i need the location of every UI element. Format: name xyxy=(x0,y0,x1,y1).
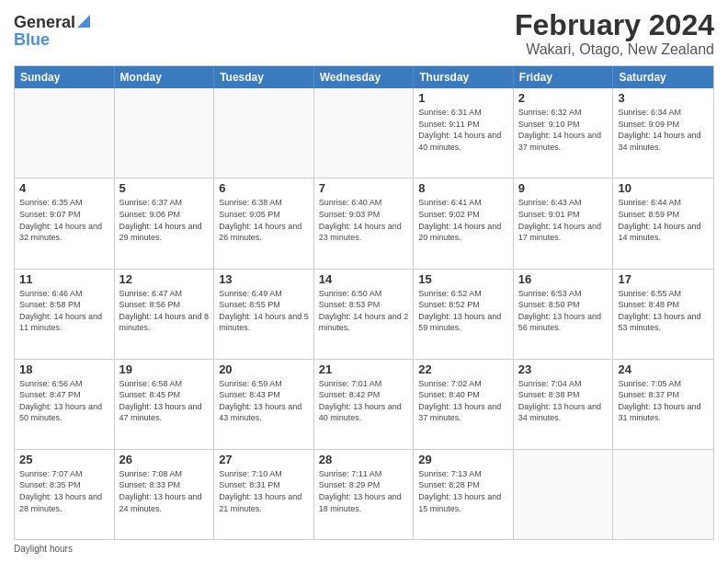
day-cell-19: 19Sunrise: 6:58 AMSunset: 8:45 PMDayligh… xyxy=(115,360,215,449)
day-number-11: 11 xyxy=(19,272,109,286)
calendar-week-3: 11Sunrise: 6:46 AMSunset: 8:58 PMDayligh… xyxy=(15,270,713,360)
day-number-17: 17 xyxy=(618,272,709,286)
day-cell-26: 26Sunrise: 7:08 AMSunset: 8:33 PMDayligh… xyxy=(115,450,215,539)
day-info-16: Sunrise: 6:53 AMSunset: 8:50 PMDaylight:… xyxy=(518,288,609,334)
day-info-7: Sunrise: 6:40 AMSunset: 9:03 PMDaylight:… xyxy=(319,197,409,243)
calendar-week-1: 1Sunrise: 6:31 AMSunset: 9:11 PMDaylight… xyxy=(15,88,713,178)
day-number-29: 29 xyxy=(418,453,508,466)
day-number-9: 9 xyxy=(518,181,609,195)
day-number-2: 2 xyxy=(518,91,609,105)
day-info-12: Sunrise: 6:47 AMSunset: 8:56 PMDaylight:… xyxy=(119,288,210,334)
day-number-22: 22 xyxy=(418,362,508,376)
day-number-19: 19 xyxy=(119,362,210,376)
header-day-friday: Friday xyxy=(514,66,614,88)
day-number-3: 3 xyxy=(618,91,709,105)
day-number-6: 6 xyxy=(219,181,309,195)
day-info-26: Sunrise: 7:08 AMSunset: 8:33 PMDaylight:… xyxy=(119,468,210,514)
day-cell-20: 20Sunrise: 6:59 AMSunset: 8:43 PMDayligh… xyxy=(214,360,314,449)
calendar-week-2: 4Sunrise: 6:35 AMSunset: 9:07 PMDaylight… xyxy=(15,178,713,269)
month-year-title: February 2024 xyxy=(515,9,714,41)
day-number-10: 10 xyxy=(618,181,709,195)
logo: General Blue xyxy=(14,9,90,48)
header-day-thursday: Thursday xyxy=(414,66,514,88)
day-cell-14: 14Sunrise: 6:50 AMSunset: 8:53 PMDayligh… xyxy=(314,270,415,359)
day-cell-25: 25Sunrise: 7:07 AMSunset: 8:35 PMDayligh… xyxy=(15,450,115,539)
day-number-21: 21 xyxy=(319,362,409,376)
day-info-2: Sunrise: 6:32 AMSunset: 9:10 PMDaylight:… xyxy=(518,107,609,153)
day-number-24: 24 xyxy=(618,362,709,376)
day-cell-29: 29Sunrise: 7:13 AMSunset: 8:28 PMDayligh… xyxy=(414,450,514,539)
day-info-10: Sunrise: 6:44 AMSunset: 8:59 PMDaylight:… xyxy=(618,197,709,243)
day-info-1: Sunrise: 6:31 AMSunset: 9:11 PMDaylight:… xyxy=(418,107,508,153)
logo-blue-text: Blue xyxy=(14,31,50,48)
day-info-27: Sunrise: 7:10 AMSunset: 8:31 PMDaylight:… xyxy=(219,468,309,514)
empty-cell-w0-c0 xyxy=(15,88,115,178)
day-cell-11: 11Sunrise: 6:46 AMSunset: 8:58 PMDayligh… xyxy=(15,270,115,359)
day-number-5: 5 xyxy=(119,181,210,195)
header-day-saturday: Saturday xyxy=(613,66,713,88)
day-cell-9: 9Sunrise: 6:43 AMSunset: 9:01 PMDaylight… xyxy=(514,178,614,268)
day-number-13: 13 xyxy=(219,272,309,286)
day-info-3: Sunrise: 6:34 AMSunset: 9:09 PMDaylight:… xyxy=(618,107,709,153)
logo-general-text: General xyxy=(14,14,75,30)
day-cell-3: 3Sunrise: 6:34 AMSunset: 9:09 PMDaylight… xyxy=(613,88,713,178)
day-cell-15: 15Sunrise: 6:52 AMSunset: 8:52 PMDayligh… xyxy=(414,270,514,359)
header-day-tuesday: Tuesday xyxy=(214,66,314,88)
header-day-sunday: Sunday xyxy=(15,66,115,88)
day-info-13: Sunrise: 6:49 AMSunset: 8:55 PMDaylight:… xyxy=(219,288,309,334)
day-info-23: Sunrise: 7:04 AMSunset: 8:38 PMDaylight:… xyxy=(518,378,609,424)
day-cell-8: 8Sunrise: 6:41 AMSunset: 9:02 PMDaylight… xyxy=(414,178,514,268)
calendar: SundayMondayTuesdayWednesdayThursdayFrid… xyxy=(14,65,714,540)
day-info-24: Sunrise: 7:05 AMSunset: 8:37 PMDaylight:… xyxy=(618,378,709,424)
calendar-week-4: 18Sunrise: 6:56 AMSunset: 8:47 PMDayligh… xyxy=(15,360,713,450)
day-number-15: 15 xyxy=(418,272,508,286)
day-cell-1: 1Sunrise: 6:31 AMSunset: 9:11 PMDaylight… xyxy=(414,88,514,178)
day-cell-28: 28Sunrise: 7:11 AMSunset: 8:29 PMDayligh… xyxy=(314,450,415,539)
calendar-header: SundayMondayTuesdayWednesdayThursdayFrid… xyxy=(15,66,713,88)
day-info-29: Sunrise: 7:13 AMSunset: 8:28 PMDaylight:… xyxy=(418,468,508,514)
day-number-20: 20 xyxy=(219,362,309,376)
day-info-18: Sunrise: 6:56 AMSunset: 8:47 PMDaylight:… xyxy=(19,378,109,424)
day-info-4: Sunrise: 6:35 AMSunset: 9:07 PMDaylight:… xyxy=(19,197,109,243)
header-day-wednesday: Wednesday xyxy=(314,66,415,88)
day-cell-10: 10Sunrise: 6:44 AMSunset: 8:59 PMDayligh… xyxy=(613,178,713,268)
day-number-4: 4 xyxy=(19,181,109,195)
day-info-15: Sunrise: 6:52 AMSunset: 8:52 PMDaylight:… xyxy=(418,288,508,334)
day-number-26: 26 xyxy=(119,453,210,466)
day-info-22: Sunrise: 7:02 AMSunset: 8:40 PMDaylight:… xyxy=(418,378,508,424)
day-info-14: Sunrise: 6:50 AMSunset: 8:53 PMDaylight:… xyxy=(319,288,409,334)
day-info-9: Sunrise: 6:43 AMSunset: 9:01 PMDaylight:… xyxy=(518,197,609,243)
empty-cell-w4-c6 xyxy=(613,450,713,539)
day-cell-5: 5Sunrise: 6:37 AMSunset: 9:06 PMDaylight… xyxy=(115,178,215,268)
day-cell-21: 21Sunrise: 7:01 AMSunset: 8:42 PMDayligh… xyxy=(314,360,415,449)
empty-cell-w0-c3 xyxy=(314,88,415,178)
title-section: February 2024 Wakari, Otago, New Zealand xyxy=(515,9,714,58)
footer-note: Daylight hours xyxy=(14,544,714,554)
day-cell-27: 27Sunrise: 7:10 AMSunset: 8:31 PMDayligh… xyxy=(214,450,314,539)
svg-marker-0 xyxy=(77,15,90,28)
day-cell-18: 18Sunrise: 6:56 AMSunset: 8:47 PMDayligh… xyxy=(15,360,115,449)
header: General Blue February 2024 Wakari, Otago… xyxy=(14,9,714,58)
logo-triangle-icon xyxy=(77,15,90,31)
day-info-20: Sunrise: 6:59 AMSunset: 8:43 PMDaylight:… xyxy=(219,378,309,424)
day-cell-13: 13Sunrise: 6:49 AMSunset: 8:55 PMDayligh… xyxy=(214,270,314,359)
day-number-28: 28 xyxy=(319,453,409,466)
day-info-19: Sunrise: 6:58 AMSunset: 8:45 PMDaylight:… xyxy=(119,378,210,424)
day-number-18: 18 xyxy=(19,362,109,376)
day-number-27: 27 xyxy=(219,453,309,466)
location-subtitle: Wakari, Otago, New Zealand xyxy=(515,41,714,58)
day-number-7: 7 xyxy=(319,181,409,195)
empty-cell-w0-c2 xyxy=(214,88,314,178)
day-info-6: Sunrise: 6:38 AMSunset: 9:05 PMDaylight:… xyxy=(219,197,309,243)
day-cell-23: 23Sunrise: 7:04 AMSunset: 8:38 PMDayligh… xyxy=(514,360,614,449)
day-number-12: 12 xyxy=(119,272,210,286)
day-info-8: Sunrise: 6:41 AMSunset: 9:02 PMDaylight:… xyxy=(418,197,508,243)
day-cell-7: 7Sunrise: 6:40 AMSunset: 9:03 PMDaylight… xyxy=(314,178,415,268)
day-info-21: Sunrise: 7:01 AMSunset: 8:42 PMDaylight:… xyxy=(319,378,409,424)
day-info-25: Sunrise: 7:07 AMSunset: 8:35 PMDaylight:… xyxy=(19,468,109,514)
day-cell-6: 6Sunrise: 6:38 AMSunset: 9:05 PMDaylight… xyxy=(214,178,314,268)
day-cell-12: 12Sunrise: 6:47 AMSunset: 8:56 PMDayligh… xyxy=(115,270,215,359)
day-info-28: Sunrise: 7:11 AMSunset: 8:29 PMDaylight:… xyxy=(319,468,409,514)
day-number-1: 1 xyxy=(418,91,508,105)
day-cell-17: 17Sunrise: 6:55 AMSunset: 8:48 PMDayligh… xyxy=(613,270,713,359)
